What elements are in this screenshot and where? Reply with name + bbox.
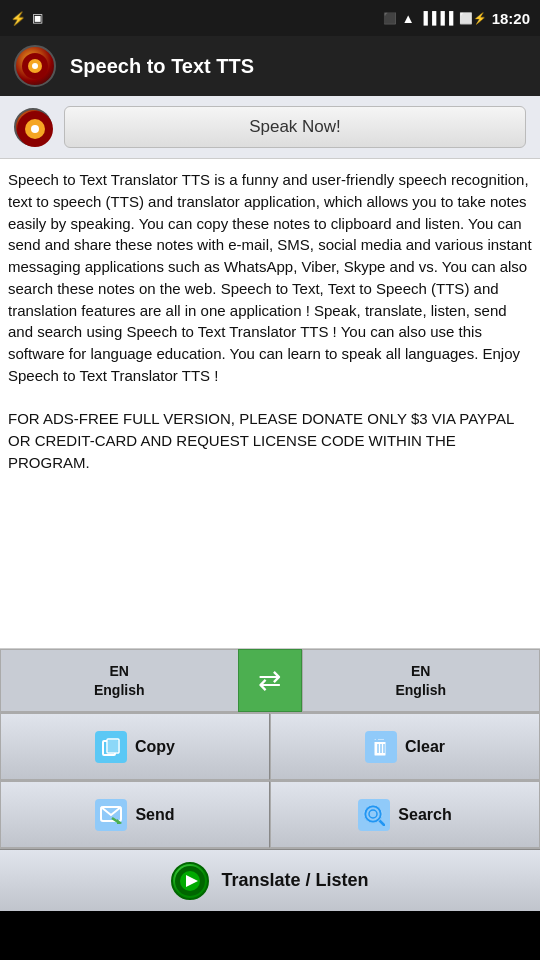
status-left-icons: ⚡ ▣ <box>10 11 43 26</box>
clock: 18:20 <box>492 10 530 27</box>
action-row-copy-clear: Copy Clear <box>0 713 540 781</box>
usb-icon: ⚡ <box>10 11 26 26</box>
search-icon <box>358 799 390 831</box>
svg-line-14 <box>379 820 384 825</box>
search-button[interactable]: Search <box>270 781 540 848</box>
text-content-area: Speech to Text Translator TTS is a funny… <box>0 159 540 649</box>
source-lang-name: English <box>94 681 145 699</box>
title-bar: Speech to Text TTS <box>0 36 540 96</box>
clear-label: Clear <box>405 738 445 756</box>
translate-listen-button[interactable]: Translate / Listen <box>0 849 540 911</box>
target-lang-name: English <box>395 681 446 699</box>
signal-icon: ▐▐▐▐ <box>420 11 454 25</box>
action-row-send-search: Send Search <box>0 781 540 849</box>
target-language-button[interactable]: EN English <box>302 649 541 712</box>
source-lang-code: EN <box>110 662 129 680</box>
status-bar: ⚡ ▣ ⬛ ▲ ▐▐▐▐ ⬜⚡ 18:20 <box>0 0 540 36</box>
search-label: Search <box>398 806 451 824</box>
copy-label: Copy <box>135 738 175 756</box>
svg-point-13 <box>369 810 377 818</box>
wifi-icon: ▲ <box>402 11 415 26</box>
send-button[interactable]: Send <box>0 781 270 848</box>
translate-listen-label: Translate / Listen <box>221 870 368 891</box>
copy-button[interactable]: Copy <box>0 713 270 780</box>
sim-icon: ⬛ <box>383 12 397 25</box>
svg-point-15 <box>364 805 382 823</box>
source-language-button[interactable]: EN English <box>0 649 238 712</box>
app-icon <box>14 45 56 87</box>
swap-language-button[interactable]: ⇄ <box>238 649 302 712</box>
svg-point-2 <box>32 63 38 69</box>
app-title: Speech to Text TTS <box>70 55 254 78</box>
send-label: Send <box>135 806 174 824</box>
battery-icon: ⬜⚡ <box>459 12 487 25</box>
main-description-text: Speech to Text Translator TTS is a funny… <box>8 169 532 474</box>
svg-point-5 <box>31 125 39 133</box>
copy-icon <box>95 731 127 763</box>
speak-now-button[interactable]: Speak Now! <box>64 106 526 148</box>
translate-icon <box>171 862 209 900</box>
clear-button[interactable]: Clear <box>270 713 540 780</box>
svg-rect-8 <box>108 740 118 752</box>
status-right-icons: ⬛ ▲ ▐▐▐▐ ⬜⚡ 18:20 <box>383 10 530 27</box>
language-row: EN English ⇄ EN English <box>0 649 540 713</box>
target-lang-code: EN <box>411 662 430 680</box>
send-icon <box>95 799 127 831</box>
speak-now-section: Speak Now! <box>0 96 540 159</box>
swap-arrow-icon: ⇄ <box>258 664 281 697</box>
speak-icon <box>14 108 52 146</box>
clear-icon <box>365 731 397 763</box>
image-icon: ▣ <box>32 11 43 25</box>
